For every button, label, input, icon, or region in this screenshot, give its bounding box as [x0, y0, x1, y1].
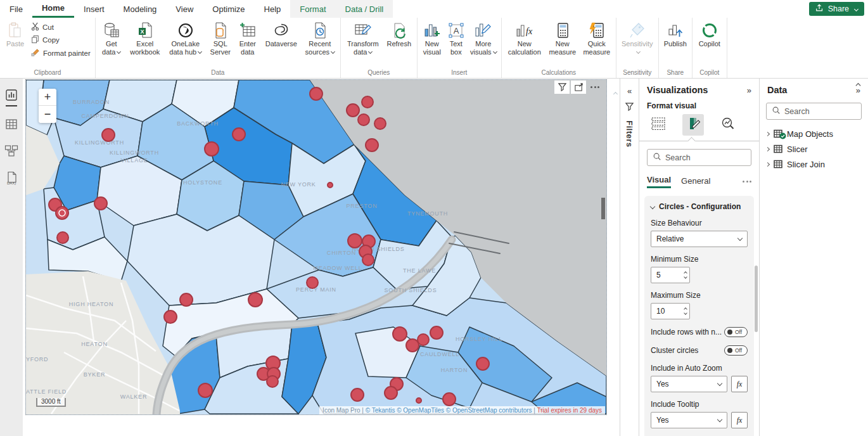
map-marker[interactable]: [56, 207, 68, 219]
excel-workbook-button[interactable]: X Excel workbook: [126, 19, 164, 58]
map-marker[interactable]: [164, 311, 177, 323]
canvas-scrollbar[interactable]: [610, 79, 619, 414]
recent-sources-button[interactable]: Recent sources: [302, 19, 338, 58]
sql-server-button[interactable]: SQL Server: [207, 19, 234, 58]
more-format-options-icon[interactable]: [743, 181, 751, 183]
copilot-button[interactable]: Copilot: [695, 19, 724, 50]
table-view-button[interactable]: [5, 118, 18, 133]
collapse-ribbon-icon[interactable]: [855, 81, 862, 89]
expand-icon[interactable]: [765, 146, 770, 151]
transform-data-button[interactable]: Transform data: [343, 19, 383, 58]
menu-file[interactable]: File: [0, 0, 32, 18]
share-button[interactable]: Share: [809, 2, 864, 16]
sensitivity-button[interactable]: Sensitivity: [619, 19, 656, 58]
collapse-visualizations-icon[interactable]: »: [747, 86, 751, 95]
map-marker[interactable]: [347, 104, 359, 117]
viz-search[interactable]: [647, 149, 751, 166]
cluster-circles-toggle[interactable]: Off: [724, 345, 748, 356]
copy-button[interactable]: Copy: [29, 34, 93, 46]
map-marker[interactable]: [233, 128, 245, 141]
include-tooltip-fx-button[interactable]: fx: [731, 412, 748, 428]
map-marker[interactable]: [310, 87, 322, 100]
onelake-data-hub-button[interactable]: OneLake data hub: [165, 19, 206, 58]
cut-button[interactable]: Cut: [29, 22, 93, 32]
map-marker[interactable]: [351, 388, 364, 401]
table-item-map-objects[interactable]: Map Objects: [760, 126, 868, 141]
map-marker[interactable]: [358, 114, 369, 125]
menu-home[interactable]: Home: [32, 0, 74, 18]
enter-data-button[interactable]: Enter data: [235, 19, 260, 58]
text-box-button[interactable]: A Text box: [445, 19, 467, 58]
map-marker[interactable]: [102, 129, 115, 141]
viz-pane-scrollbar[interactable]: [755, 266, 758, 332]
format-tab-icon[interactable]: [682, 114, 704, 136]
report-view-button[interactable]: [5, 89, 18, 106]
new-calculation-button[interactable]: fx New calculation: [504, 19, 545, 58]
dataverse-button[interactable]: Dataverse: [262, 19, 301, 50]
map-marker[interactable]: [307, 277, 318, 288]
model-view-button[interactable]: [4, 144, 18, 160]
map-marker[interactable]: [205, 142, 219, 156]
map-scrollbar-thumb[interactable]: [601, 198, 605, 219]
viz-search-input[interactable]: [665, 153, 746, 162]
format-painter-button[interactable]: Format painter: [29, 48, 93, 58]
map-marker[interactable]: [443, 393, 456, 406]
map-marker[interactable]: [362, 96, 373, 108]
fields-tab-icon[interactable]: [651, 117, 666, 133]
icon-map-visual[interactable]: BURRADONCAMPERDOWNBACKWORTHKILLINGWORTHK…: [25, 79, 607, 415]
attribution-link[interactable]: © OpenMapTiles: [397, 407, 444, 414]
map-marker[interactable]: [393, 327, 407, 341]
circles-configuration-header[interactable]: Circles - Configuration: [651, 202, 748, 211]
attribution-link[interactable]: © OpenStreetMap contributors: [446, 407, 532, 414]
map-marker[interactable]: [248, 293, 262, 307]
map-marker[interactable]: [180, 293, 193, 306]
map-marker[interactable]: [348, 234, 362, 248]
zoom-in-button[interactable]: +: [39, 89, 56, 106]
table-item-slicer[interactable]: Slicer: [760, 141, 868, 157]
menu-insert[interactable]: Insert: [74, 0, 114, 18]
map-marker[interactable]: [198, 383, 212, 397]
include-tooltip-dropdown[interactable]: Yes: [651, 412, 727, 428]
minimum-size-stepper[interactable]: 5: [651, 267, 690, 283]
filter-icon[interactable]: [554, 80, 570, 94]
include-rows-toggle[interactable]: Off: [724, 327, 748, 337]
map-marker[interactable]: [366, 139, 378, 151]
more-options-icon[interactable]: [587, 80, 603, 94]
menu-help[interactable]: Help: [255, 0, 291, 18]
data-search[interactable]: [766, 103, 862, 120]
map-marker[interactable]: [430, 326, 443, 339]
menu-optimize[interactable]: Optimize: [203, 0, 254, 18]
dax-query-view-button[interactable]: DAX): [5, 171, 18, 188]
analytics-tab-icon[interactable]: [720, 117, 736, 133]
map-marker[interactable]: [406, 339, 419, 352]
auto-zoom-dropdown[interactable]: Yes: [651, 376, 727, 392]
map-marker[interactable]: [385, 387, 397, 399]
table-item-slicer-join[interactable]: Slicer Join: [760, 157, 868, 172]
size-behaviour-dropdown[interactable]: Relative: [651, 231, 748, 247]
tab-visual[interactable]: Visual: [647, 175, 671, 188]
map-marker[interactable]: [328, 183, 333, 188]
map-marker[interactable]: [416, 398, 421, 403]
zoom-out-button[interactable]: −: [39, 106, 56, 123]
paste-button[interactable]: Paste: [3, 19, 28, 50]
focus-mode-icon[interactable]: [571, 80, 586, 94]
expand-filters-icon[interactable]: «: [627, 86, 632, 96]
expand-icon[interactable]: [765, 162, 770, 166]
data-search-input[interactable]: [784, 107, 856, 116]
get-data-button[interactable]: Get data: [98, 19, 125, 58]
menu-format[interactable]: Format: [290, 0, 335, 18]
map-marker[interactable]: [418, 334, 429, 345]
map-marker[interactable]: [476, 357, 489, 370]
publish-button[interactable]: Publish: [661, 19, 689, 50]
new-measure-button[interactable]: New measure: [546, 19, 579, 58]
map-marker[interactable]: [94, 197, 107, 210]
expand-icon[interactable]: [765, 131, 770, 136]
refresh-button[interactable]: Refresh: [384, 19, 414, 50]
menu-view[interactable]: View: [166, 0, 203, 18]
new-visual-button[interactable]: New visual: [420, 19, 444, 58]
quick-measure-button[interactable]: Quick measure: [580, 19, 613, 58]
maximum-size-stepper[interactable]: 10: [651, 303, 690, 319]
attribution-link[interactable]: © Tekantis: [366, 407, 395, 414]
map-marker[interactable]: [374, 118, 386, 129]
auto-zoom-fx-button[interactable]: fx: [731, 376, 748, 392]
